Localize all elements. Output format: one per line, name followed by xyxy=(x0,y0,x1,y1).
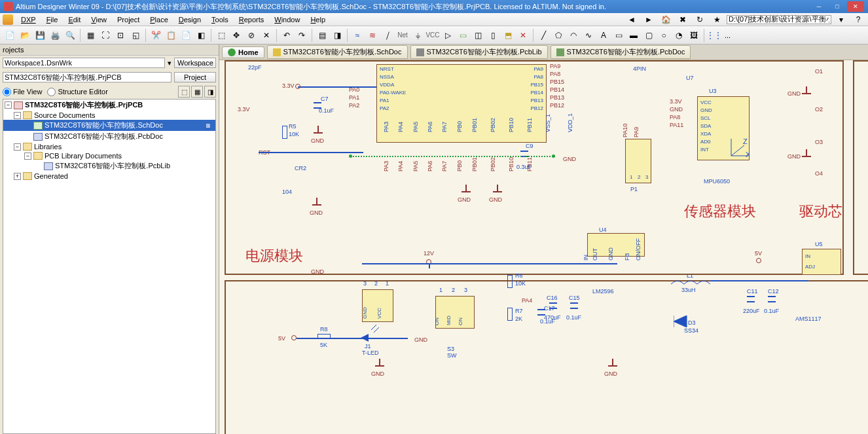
tab-pcbdoc[interactable]: STM32C8T6智能小车控制板.PcbDoc xyxy=(551,45,691,59)
minimize-button[interactable]: ─ xyxy=(810,1,827,12)
menu-place[interactable]: Place xyxy=(145,14,173,25)
browse-icon[interactable]: ◨ xyxy=(330,28,344,43)
undo-icon[interactable]: ↶ xyxy=(280,28,294,43)
busentry-icon[interactable]: ⧸ xyxy=(380,28,395,43)
bezier-icon[interactable]: ∿ xyxy=(581,28,596,43)
menu-reports[interactable]: Reports xyxy=(234,14,270,25)
workspace-input[interactable] xyxy=(3,58,165,68)
project-button[interactable]: Project xyxy=(174,72,216,82)
nav-fav-icon[interactable]: ★ xyxy=(710,12,724,27)
menu-tools[interactable]: Tools xyxy=(206,14,234,25)
panel-opt3-icon[interactable]: ◨ xyxy=(204,86,216,98)
menu-help[interactable]: Help xyxy=(305,14,331,25)
nav-go-icon[interactable]: ▾ xyxy=(834,12,848,27)
stamp-icon[interactable]: ◧ xyxy=(194,28,208,43)
tab-home[interactable]: Home xyxy=(222,46,264,58)
path-input[interactable] xyxy=(727,15,831,24)
sheet-icon[interactable]: ▦ xyxy=(83,28,98,43)
preview-icon[interactable]: 🔍 xyxy=(63,28,77,43)
arc-icon[interactable]: ◠ xyxy=(566,28,581,43)
line-icon[interactable]: ╱ xyxy=(536,28,551,43)
save-icon[interactable]: 💾 xyxy=(33,28,47,43)
menu-design[interactable]: Design xyxy=(173,14,206,25)
tree-pcbdoc[interactable]: STM32C8T6智能小车控制板.PcbDoc xyxy=(3,131,215,142)
image-icon[interactable]: 🖼 xyxy=(687,28,701,43)
close-button[interactable]: ✕ xyxy=(847,1,864,12)
gnd-dash: GND xyxy=(563,156,576,162)
power-vcc-icon[interactable]: VCC xyxy=(425,28,440,43)
tab-pcblib[interactable]: STM32C8T6智能小车控制板.PcbLib xyxy=(410,45,548,59)
nav-help-icon[interactable]: ? xyxy=(851,12,865,27)
tree-root[interactable]: −STM32C8T6智能小车控制板.PrjPCB xyxy=(3,99,215,111)
nav-home-icon[interactable]: 🏠 xyxy=(659,12,673,27)
maximize-button[interactable]: □ xyxy=(829,1,846,12)
frame-icon[interactable]: ▭ xyxy=(611,28,626,43)
tree-generated[interactable]: +Generated xyxy=(3,172,215,181)
menu-project[interactable]: Project xyxy=(112,14,145,25)
sheet-entry-icon[interactable]: ◫ xyxy=(471,28,485,43)
tree-source-docs[interactable]: −Source Documents xyxy=(3,111,215,120)
new-icon[interactable]: 📄 xyxy=(3,28,17,43)
menu-dxp[interactable]: DXP xyxy=(16,14,41,25)
array-icon[interactable]: ⋮⋮ xyxy=(707,28,721,43)
comp-j-block[interactable]: GND VCC xyxy=(362,289,393,322)
part-icon[interactable]: ▷ xyxy=(441,28,455,43)
net-u3-pa11: PA11 xyxy=(670,122,683,128)
comp-u5[interactable]: IN ADJ xyxy=(802,249,841,275)
roundrect-icon[interactable]: ▢ xyxy=(642,28,656,43)
gnd-s3: GND xyxy=(414,336,427,343)
nav-refresh-icon[interactable]: ↻ xyxy=(693,12,707,27)
tree-pcblib-docs[interactable]: −PCB Library Documents xyxy=(3,151,215,160)
redo-icon[interactable]: ↷ xyxy=(295,28,309,43)
netlabel-icon[interactable]: Net xyxy=(395,28,410,43)
print-icon[interactable]: 🖨️ xyxy=(48,28,62,43)
project-tree[interactable]: −STM32C8T6智能小车控制板.PrjPCB −Source Documen… xyxy=(3,99,216,434)
device-sheet-icon[interactable]: ▯ xyxy=(486,28,500,43)
port-icon[interactable]: ⬒ xyxy=(501,28,515,43)
polygon-icon[interactable]: ⬠ xyxy=(551,28,566,43)
project-input[interactable] xyxy=(3,72,172,82)
noerc-icon[interactable]: ✕ xyxy=(516,28,530,43)
menu-file[interactable]: File xyxy=(41,14,63,25)
sheet-block-2 xyxy=(853,60,868,275)
nav-fwd-icon[interactable]: ► xyxy=(642,12,656,27)
rect-icon[interactable]: ▬ xyxy=(626,28,641,43)
zoom-fit-icon[interactable]: ⊡ xyxy=(113,28,128,43)
nav-stop-icon[interactable]: ✖ xyxy=(676,12,690,27)
pie-icon[interactable]: ◔ xyxy=(672,28,686,43)
nav-back-icon[interactable]: ◄ xyxy=(624,12,639,27)
schematic-canvas[interactable]: NRST NSSA VDDA PA0-WAKE PA1 PA2 PA9 PA8 … xyxy=(219,60,868,434)
menu-window[interactable]: Window xyxy=(269,14,305,25)
hierarchy-icon[interactable]: ▤ xyxy=(315,28,329,43)
clear-icon[interactable]: ✕ xyxy=(259,28,274,43)
select-icon[interactable]: ⬚ xyxy=(214,28,228,43)
zoom-area-icon[interactable]: ⛶ xyxy=(98,28,113,43)
copy-icon[interactable]: 📋 xyxy=(164,28,178,43)
move-icon[interactable]: ✥ xyxy=(229,28,244,43)
file-view-radio[interactable]: File View xyxy=(3,88,42,96)
panel-opt2-icon[interactable]: ▦ xyxy=(191,86,203,98)
comp-p1[interactable]: 1 2 3 xyxy=(625,139,651,183)
workspace-dropdown-icon[interactable]: ▾ xyxy=(168,59,172,67)
deselect-icon[interactable]: ⊘ xyxy=(244,28,259,43)
paste-icon[interactable]: 📄 xyxy=(179,28,193,43)
wire-icon[interactable]: ≈ xyxy=(350,28,365,43)
open-icon[interactable]: 📂 xyxy=(18,28,32,43)
ellipse-icon[interactable]: ○ xyxy=(657,28,671,43)
tab-schdoc[interactable]: STM32C8T6智能小车控制板.SchDoc xyxy=(267,45,408,59)
comp-sw-block[interactable]: ON MID ON xyxy=(435,296,475,329)
power-gnd-icon[interactable]: ⏚ xyxy=(410,28,425,43)
menu-edit[interactable]: Edit xyxy=(63,14,86,25)
panel-opt1-icon[interactable]: ⬚ xyxy=(178,86,190,98)
structure-editor-radio[interactable]: Structure Editor xyxy=(47,88,107,96)
tree-schdoc[interactable]: STM32C8T6智能小车控制板.SchDoc🗎 xyxy=(3,120,215,131)
tree-pcblib[interactable]: STM32C8T6智能小车控制板.PcbLib xyxy=(3,160,215,172)
workspace-button[interactable]: Workspace xyxy=(174,58,216,68)
zoom-sel-icon[interactable]: ◱ xyxy=(128,28,143,43)
bus-icon[interactable]: ≋ xyxy=(365,28,380,43)
tree-libraries[interactable]: −Libraries xyxy=(3,142,215,151)
sheet-symbol-icon[interactable]: ▭ xyxy=(456,28,470,43)
text-icon[interactable]: A xyxy=(596,28,611,43)
menu-view[interactable]: View xyxy=(86,14,112,25)
cut-icon[interactable]: ✂️ xyxy=(149,28,163,43)
